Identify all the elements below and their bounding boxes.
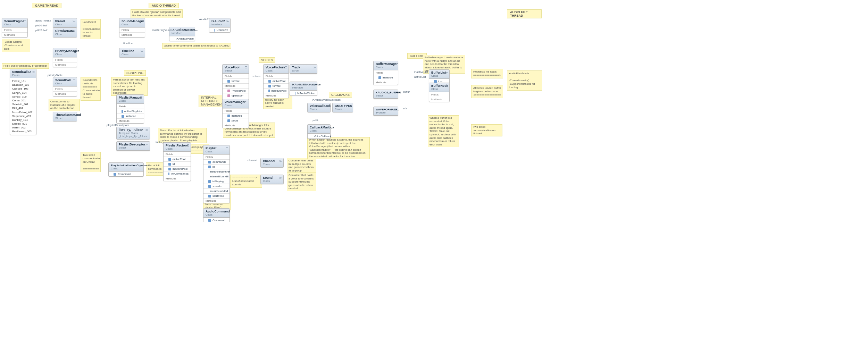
field-icon (208, 180, 211, 183)
chevron-icon[interactable]: ≫ (313, 83, 316, 86)
edge-timeline: timeline (123, 42, 133, 45)
class-threadcommand[interactable]: ThreadCommandStruct≫ (53, 112, 77, 121)
edge-voices: voices (252, 75, 260, 78)
class-thread[interactable]: threadClass≫ (53, 18, 77, 28)
chevron-icon[interactable]: ☰ (187, 144, 189, 147)
chevron-icon[interactable]: ☰ (141, 20, 143, 23)
class-playlistfactory[interactable]: PlaylistFactoryClass☰ Fields activePool … (163, 142, 191, 181)
note-audiofile: AudioFileMain.h -Thread's main() -Suppor… (507, 70, 542, 91)
chevron-icon[interactable]: ☰ (73, 50, 75, 53)
class-soundmanager[interactable]: SoundManagerClass☰ Fields Methods (119, 18, 145, 37)
chevron-icon[interactable]: ☰ (140, 96, 142, 99)
class-voicefactory[interactable]: VoiceFactoryClass☰ Fields activePool for… (263, 64, 289, 98)
chevron-icon[interactable]: ☰ (32, 70, 35, 74)
edge-public: public (312, 119, 319, 122)
arrow-icon (208, 219, 211, 222)
class-playlist[interactable]: PlaylistClass☰ Fields commands id instan… (203, 145, 230, 203)
field-icon (378, 76, 381, 79)
note-sound: Container that holds a voice and contain… (287, 173, 316, 191)
chevron-icon[interactable]: ≫ (349, 104, 351, 108)
chevron-icon[interactable]: ☰ (394, 62, 397, 66)
note-filledout: Filled out by gameplay programmer (2, 63, 49, 69)
field-icon (122, 115, 124, 118)
class-ixaudio2sourcevoice[interactable]: IXAudio2SourceVoiceInterface≫ IXAudio2Vo… (290, 82, 317, 96)
chevron-icon[interactable]: ☰ (245, 101, 247, 104)
class-buffermanager[interactable]: BufferManagerClass☰ Fields instance Meth… (373, 61, 398, 85)
class-prioritymanager[interactable]: PriorityManagerClass☰ Fields Methods (53, 48, 77, 67)
note-global-timer: Global timer command queue and access to… (162, 43, 231, 49)
class-voicecallback[interactable]: VoiceCallbackClass≫ (307, 103, 331, 112)
note-assoc-sounds: ==============> List of associated sound… (230, 175, 262, 188)
field-icon (122, 110, 123, 113)
chevron-icon[interactable]: ≫ (141, 50, 143, 53)
class-list-template[interactable]: list<_Ty, _Alloc>Template Class_List_buy… (116, 127, 150, 140)
class-bufferlist[interactable]: BufferListClass≫ List (429, 69, 450, 84)
class-circulardata[interactable]: CircularDataClass≫ (53, 28, 77, 37)
chevron-icon[interactable]: ☰ (226, 147, 228, 150)
class-audiocommand[interactable]: AudioCommandClass≫ Command (203, 208, 230, 222)
class-channel[interactable]: ChannelClass≫ (260, 158, 284, 168)
class-ixaudio2[interactable]: IXAudio2Interface≫ IUnknown (209, 18, 231, 33)
chevron-icon[interactable]: ☰ (285, 66, 287, 69)
class-soundengine[interactable]: SoundEngineClass☰ Fields Methods (2, 18, 28, 37)
chevron-icon[interactable]: ≫ (394, 108, 397, 111)
note-soundcall-methods: SoundCall's methods ========= Communicat… (81, 77, 101, 101)
chevron-icon[interactable]: ≫ (226, 20, 229, 23)
chevron-icon[interactable]: ≫ (445, 71, 448, 74)
chevron-icon[interactable]: ☰ (245, 66, 247, 69)
thread-audiofile-label: AUDIO FILE THREAD (507, 9, 542, 18)
chevron-icon[interactable]: ≫ (394, 91, 397, 94)
edge-buffer: buffer (403, 90, 410, 93)
class-playlistmanager[interactable]: PlaylistManagerClass☰ Fields activePlayl… (116, 94, 144, 124)
arrow-icon (295, 92, 295, 95)
edge-prioritytable: priorityTable (48, 74, 62, 77)
edge-pg2abuff: pG2ABuff (35, 29, 48, 32)
chevron-icon[interactable]: ≫ (225, 210, 228, 213)
chevron-icon[interactable]: ≫ (139, 164, 142, 167)
chevron-icon[interactable]: ≫ (326, 104, 329, 108)
chevron-icon[interactable]: ≫ (313, 66, 316, 69)
edge-inactivelist: inactiveList (414, 70, 428, 74)
class-xaudio2buffer[interactable]: XAUDIO2_BUFFERStruct≫ (373, 90, 398, 99)
class-voicemanager[interactable]: VoiceManagerClass☰ Fields instance pools… (222, 99, 249, 128)
class-soundcallid[interactable]: SoundCallIDEnum☰ Fiddle_101Bassoon_102 C… (10, 69, 36, 135)
class-playlistinit[interactable]: PlaylistInitializationCommandClass≫ Comm… (108, 162, 144, 177)
field-icon (268, 90, 270, 92)
section-voices: VOICES (259, 57, 275, 63)
note-attaches: Attaches loaded buffer to given buffer n… (471, 85, 503, 98)
section-resource: INTERNAL RESOURCE MANAGEMENT (199, 95, 223, 107)
edge-masteringvoice: masteringVoice (152, 28, 171, 32)
edge-activelist: activeList (414, 75, 426, 78)
note-soundengine: -Loads Scripts -Creates sound calls (2, 39, 30, 52)
class-timeline[interactable]: TimelineClass≫ (119, 48, 145, 58)
class-callbackmailbox[interactable]: CallbackMailboxClass≫ VoiceCallback (307, 124, 331, 139)
note-callbackmailbox: When a user requests a sound, the sound … (307, 137, 370, 159)
thread-audio-label: AUDIO THREAD (149, 3, 179, 8)
class-track[interactable]: TrackStruct≫ (290, 64, 317, 74)
chevron-icon[interactable]: ☰ (445, 84, 448, 87)
field-icon (227, 115, 230, 117)
class-cmdtypes[interactable]: CMDTYPESEnum≫ (332, 103, 353, 112)
chevron-icon[interactable]: ☰ (73, 79, 75, 82)
chevron-icon[interactable]: ≫ (73, 114, 75, 117)
class-playlistdescriptor[interactable]: PlaylistDescriptorStruct≫ (116, 141, 150, 151)
class-waveformatex[interactable]: WAVEFORMATE...Typedef≫ (373, 107, 398, 116)
class-soundcall[interactable]: SoundCallClass☰ Fields Methods (53, 77, 77, 96)
chevron-icon[interactable]: ≫ (326, 126, 329, 129)
enum-members: Fiddle_101Bassoon_102 Calliope_103SongA_… (10, 78, 36, 135)
note-firesoff: Fires off a list of initialization comma… (158, 128, 207, 143)
class-buffernode[interactable]: BufferNodeClass☰ Fields Methods (429, 83, 450, 102)
chevron-icon[interactable]: ≫ (73, 20, 75, 23)
chevron-icon[interactable]: ≫ (145, 143, 148, 146)
chevron-icon[interactable]: ≫ (279, 160, 282, 163)
chevron-icon[interactable]: ≫ (191, 28, 193, 32)
field-icon (208, 161, 211, 163)
chevron-icon[interactable]: ≫ (73, 30, 75, 33)
arrow-icon (114, 173, 116, 176)
chevron-icon[interactable]: ≫ (145, 128, 148, 132)
class-ixaudio2master[interactable]: IXAudio2Master...Interface≫ IXAudio2Voic… (169, 27, 195, 41)
chevron-icon[interactable]: ≫ (279, 176, 282, 179)
chevron-icon[interactable]: ☰ (24, 20, 26, 23)
class-sound[interactable]: SoundClass≫ (260, 175, 284, 184)
field-icon (208, 166, 211, 168)
